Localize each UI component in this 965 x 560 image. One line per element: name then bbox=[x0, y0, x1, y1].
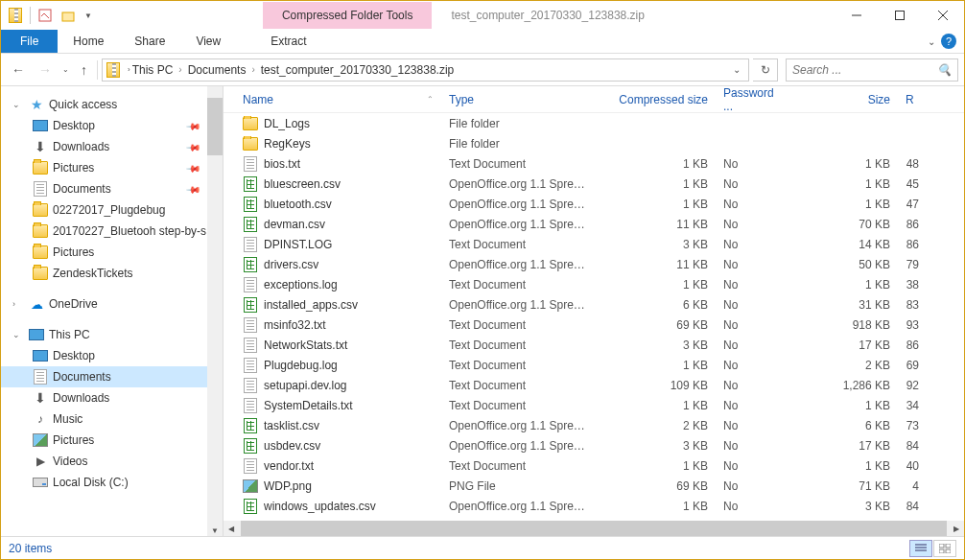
thumbnails-view-button[interactable] bbox=[933, 540, 956, 557]
pin-icon: 📌 bbox=[186, 181, 201, 197]
sidebar-item[interactable]: Documents📌 bbox=[1, 178, 223, 199]
svg-rect-9 bbox=[939, 544, 944, 548]
file-row[interactable]: msinfo32.txt Text Document 69 KB No 918 … bbox=[224, 315, 964, 335]
file-ratio: 86 bbox=[898, 238, 927, 251]
file-row[interactable]: RegKeys File folder bbox=[224, 133, 964, 153]
file-row[interactable]: exceptions.log Text Document 1 KB No 1 K… bbox=[224, 274, 964, 294]
history-dropdown-icon[interactable]: ⌄ bbox=[60, 65, 71, 74]
column-size[interactable]: Size bbox=[788, 93, 898, 106]
scroll-right-arrow[interactable]: ▶ bbox=[949, 521, 964, 536]
file-row[interactable]: devman.csv OpenOffice.org 1.1 Sprea... 1… bbox=[224, 214, 964, 234]
sidebar-item[interactable]: ZendeskTickets bbox=[1, 263, 223, 284]
sidebar-item[interactable]: Pictures bbox=[1, 242, 223, 263]
sidebar-item[interactable]: 20170227_Bluetooh step-by-step bbox=[1, 221, 223, 242]
file-type: PNG File bbox=[441, 479, 593, 493]
sidebar-item-label: Pictures bbox=[53, 433, 94, 447]
expand-ribbon-icon[interactable]: ⌄ bbox=[928, 36, 935, 47]
column-compressed-size[interactable]: Compressed size bbox=[593, 93, 716, 106]
back-button[interactable]: ← bbox=[7, 58, 30, 82]
sidebar-item[interactable]: Desktop bbox=[1, 345, 223, 366]
file-ratio: 45 bbox=[898, 177, 927, 191]
file-row[interactable]: drivers.csv OpenOffice.org 1.1 Sprea... … bbox=[224, 254, 964, 274]
chevron-right-icon[interactable]: › bbox=[126, 65, 132, 74]
qat-dropdown-icon[interactable]: ▼ bbox=[81, 12, 96, 20]
sidebar-onedrive[interactable]: ›☁OneDrive bbox=[1, 293, 223, 315]
help-icon[interactable]: ? bbox=[941, 34, 956, 49]
refresh-button[interactable]: ↻ bbox=[753, 58, 778, 82]
sidebar-item[interactable]: ▶Videos bbox=[1, 451, 223, 472]
file-row[interactable]: installed_apps.csv OpenOffice.org 1.1 Sp… bbox=[224, 294, 964, 315]
expand-icon[interactable]: ⌄ bbox=[12, 100, 24, 109]
sidebar-item[interactable]: ⬇Downloads bbox=[1, 387, 223, 408]
file-name: usbdev.csv bbox=[264, 439, 320, 453]
column-name[interactable]: Name ⌃ bbox=[235, 93, 441, 106]
zip-app-icon[interactable] bbox=[5, 5, 26, 26]
file-row[interactable]: bluetooth.csv OpenOffice.org 1.1 Sprea..… bbox=[224, 194, 964, 214]
file-size: 17 KB bbox=[788, 338, 898, 352]
search-box[interactable]: 🔍 bbox=[786, 58, 958, 82]
computer-icon bbox=[28, 326, 45, 343]
column-password[interactable]: Password ... bbox=[716, 86, 788, 113]
sidebar-item-label: Local Disk (C:) bbox=[53, 476, 129, 489]
sidebar-quick-access[interactable]: ⌄★Quick access bbox=[1, 94, 223, 115]
file-size: 31 KB bbox=[788, 298, 898, 312]
file-row[interactable]: setupapi.dev.log Text Document 109 KB No… bbox=[224, 375, 964, 395]
breadcrumb-segment[interactable]: test_computer_20170330_123838.zip bbox=[261, 63, 455, 77]
minimize-button[interactable] bbox=[835, 2, 878, 29]
sidebar-item-label: Documents bbox=[53, 182, 111, 196]
maximize-button[interactable] bbox=[878, 2, 921, 29]
file-tab[interactable]: File bbox=[1, 30, 58, 53]
sidebar-this-pc[interactable]: ⌄This PC bbox=[1, 324, 223, 345]
file-compressed-size: 1 KB bbox=[593, 157, 716, 171]
search-icon[interactable]: 🔍 bbox=[937, 63, 952, 77]
scroll-down-arrow[interactable]: ▼ bbox=[207, 525, 223, 536]
breadcrumb-segment[interactable]: This PC bbox=[132, 63, 174, 77]
file-row[interactable]: bios.txt Text Document 1 KB No 1 KB 48 bbox=[224, 153, 964, 174]
address-dropdown-icon[interactable]: ⌄ bbox=[727, 64, 746, 75]
horizontal-scrollbar[interactable]: ◀ ▶ bbox=[224, 521, 964, 536]
file-row[interactable]: DPINST.LOG Text Document 3 KB No 14 KB 8… bbox=[224, 234, 964, 254]
tab-share[interactable]: Share bbox=[119, 30, 180, 53]
sidebar-item[interactable]: 02272017_Plugdebug bbox=[1, 199, 223, 221]
scroll-left-arrow[interactable]: ◀ bbox=[224, 521, 239, 536]
address-bar[interactable]: › This PC › Documents › test_computer_20… bbox=[102, 58, 749, 82]
tab-extract[interactable]: Extract bbox=[255, 30, 321, 53]
txt-icon bbox=[243, 338, 258, 353]
expand-icon[interactable]: › bbox=[12, 299, 24, 309]
file-row[interactable]: DL_Logs File folder bbox=[224, 113, 964, 133]
column-ratio[interactable]: R bbox=[898, 93, 964, 106]
sidebar-item[interactable]: Pictures bbox=[1, 430, 223, 451]
breadcrumb-segment[interactable]: Documents bbox=[188, 63, 247, 77]
scrollbar-thumb[interactable] bbox=[207, 98, 223, 155]
new-folder-icon[interactable] bbox=[58, 5, 79, 26]
close-button[interactable] bbox=[921, 2, 964, 29]
file-row[interactable]: vendor.txt Text Document 1 KB No 1 KB 40 bbox=[224, 455, 964, 476]
file-row[interactable]: tasklist.csv OpenOffice.org 1.1 Sprea...… bbox=[224, 415, 964, 435]
column-type[interactable]: Type bbox=[441, 93, 593, 106]
file-row[interactable]: WDP.png PNG File 69 KB No 71 KB 4 bbox=[224, 476, 964, 496]
file-row[interactable]: Plugdebug.log Text Document 1 KB No 2 KB… bbox=[224, 355, 964, 375]
properties-icon[interactable] bbox=[35, 5, 56, 26]
file-row[interactable]: NetworkStats.txt Text Document 3 KB No 1… bbox=[224, 335, 964, 355]
chevron-right-icon[interactable]: › bbox=[247, 64, 258, 75]
details-view-button[interactable] bbox=[909, 540, 932, 557]
file-row[interactable]: SystemDetails.txt Text Document 1 KB No … bbox=[224, 395, 964, 415]
expand-icon[interactable]: ⌄ bbox=[12, 330, 24, 339]
sidebar-item[interactable]: Pictures📌 bbox=[1, 157, 223, 178]
file-password: No bbox=[716, 198, 788, 211]
file-row[interactable]: usbdev.csv OpenOffice.org 1.1 Sprea... 3… bbox=[224, 435, 964, 455]
file-row[interactable]: bluescreen.csv OpenOffice.org 1.1 Sprea.… bbox=[224, 174, 964, 194]
sidebar-item[interactable]: ⬇Downloads📌 bbox=[1, 136, 223, 157]
chevron-right-icon[interactable]: › bbox=[175, 64, 185, 75]
sidebar-item[interactable]: Desktop📌 bbox=[1, 115, 223, 136]
tab-home[interactable]: Home bbox=[58, 30, 119, 53]
sidebar-item[interactable]: Local Disk (C:) bbox=[1, 472, 223, 493]
up-button[interactable]: ↑ bbox=[75, 62, 93, 78]
scrollbar-thumb[interactable] bbox=[241, 521, 947, 536]
tab-view[interactable]: View bbox=[180, 30, 236, 53]
forward-button[interactable]: → bbox=[34, 58, 57, 82]
file-row[interactable]: windows_updates.csv OpenOffice.org 1.1 S… bbox=[224, 496, 964, 516]
sidebar-item[interactable]: Documents bbox=[1, 366, 223, 387]
search-input[interactable] bbox=[792, 63, 937, 77]
sidebar-item[interactable]: ♪Music bbox=[1, 408, 223, 430]
